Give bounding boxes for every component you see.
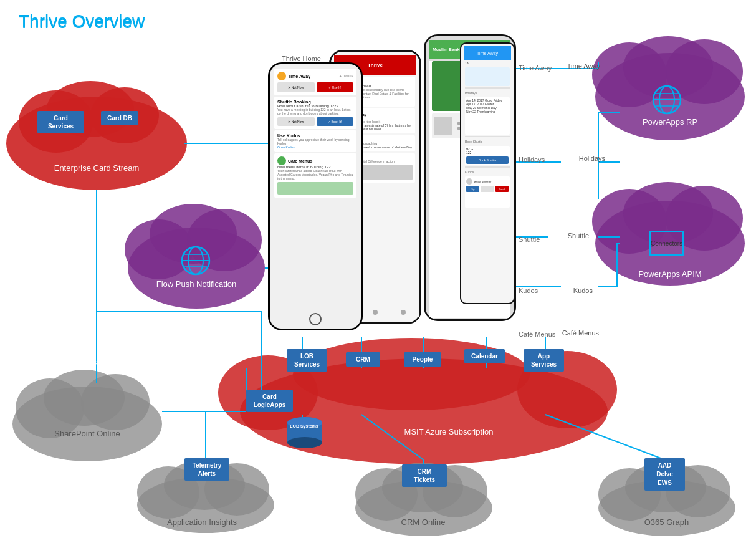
lob-services-node: LOB Services	[287, 349, 327, 372]
card-db-node: Card DB	[101, 111, 138, 125]
powerapps-rp-globe-icon	[648, 81, 686, 118]
time-away-label: Time Away	[567, 62, 600, 70]
o365-graph-label: O365 Graph	[618, 517, 715, 527]
page-title: Thrive Overview	[19, 12, 145, 32]
flow-push-globe-icon	[177, 242, 214, 279]
lob-systems-cylinder	[286, 416, 323, 448]
svg-line-61	[361, 415, 424, 460]
time-away-side-label: Time Away	[519, 64, 552, 72]
powerapps-apim-label: PowerApps APIM	[629, 269, 711, 279]
msit-azure-label: MSIT Azure Subscription	[386, 427, 511, 436]
card-logicapps-node: Card LogicApps	[246, 390, 293, 412]
holidays-side-label: Holidays	[519, 156, 545, 163]
svg-line-62	[545, 415, 666, 460]
connectors-box: Connectors	[649, 231, 684, 256]
thrive-home-label: Thrive Home	[282, 55, 321, 62]
shuttle-label: Shuttle	[568, 232, 589, 239]
aad-delve-ews-node: AAD Delve EWS	[644, 458, 685, 491]
calendar-node: Calendar	[464, 349, 505, 363]
kudos-label: Kudos	[573, 287, 593, 294]
cafe-menus-side-label: Café Menus	[519, 330, 555, 338]
people-node: People	[404, 352, 441, 367]
content-syndication-label: Content Syndication	[44, 358, 118, 366]
sharepoint-online-label: SharePoint Online	[37, 429, 137, 438]
lob-systems-label: LOB Systems	[282, 424, 327, 428]
crm-online-label: CRM Online	[370, 517, 476, 527]
svg-point-8	[12, 387, 162, 461]
svg-point-0	[6, 97, 187, 190]
application-insights-label: Application Insights	[146, 517, 258, 527]
kudos-side-label: Kudos	[519, 287, 538, 294]
card-services-node: Card Services	[37, 111, 84, 133]
svg-point-12	[240, 358, 608, 464]
svg-point-10	[81, 374, 150, 430]
holidays-label: Holidays	[579, 155, 605, 162]
flow-push-label: Flow Push Notification	[131, 279, 262, 289]
crm-tickets-node: CRM Tickets	[402, 464, 447, 487]
telemetry-alerts-node: Telemetry Alerts	[184, 458, 229, 481]
shuttle-side-label: Shuttle	[519, 236, 540, 243]
crm-node: CRM	[346, 352, 380, 367]
enterprise-card-stream-label: Enterprise Card Stream	[19, 163, 175, 173]
powerapps-rp-label: PowerApps RP	[629, 117, 711, 127]
cafe-menus-label: Café Menus	[562, 329, 599, 337]
svg-point-20	[355, 480, 492, 536]
app-services-node: App Services	[524, 349, 564, 372]
svg-point-11	[44, 370, 125, 426]
